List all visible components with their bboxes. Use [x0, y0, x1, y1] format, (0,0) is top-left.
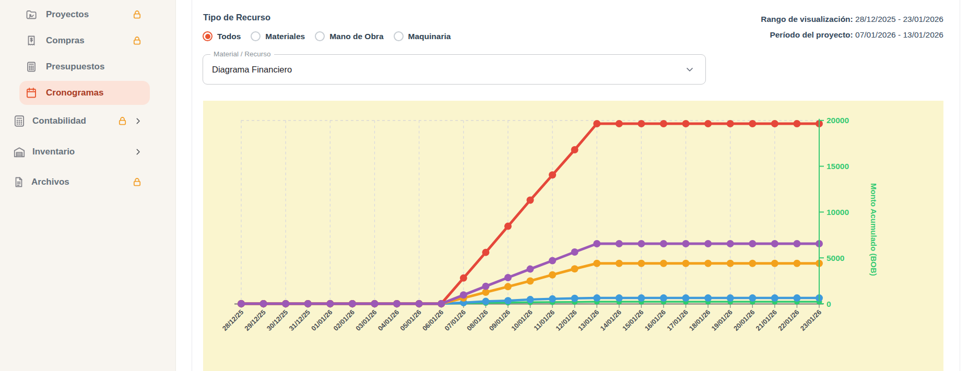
- data-point: [704, 240, 712, 247]
- data-point: [593, 240, 600, 247]
- sidebar-item-archivos[interactable]: Archivos: [10, 170, 150, 194]
- svg-text:21/01/26: 21/01/26: [754, 308, 778, 332]
- data-point: [660, 260, 667, 267]
- financial-diagram-chart[interactable]: 28/12/2529/12/2530/12/2531/12/2501/01/26…: [203, 101, 943, 371]
- sidebar-item-cronogramas[interactable]: Cronogramas: [19, 81, 150, 105]
- svg-text:13/01/26: 13/01/26: [576, 308, 600, 332]
- app-page: ProyectosComprasPresupuestosCronogramasC…: [0, 0, 980, 371]
- svg-text:20/01/26: 20/01/26: [732, 308, 756, 332]
- radio-maquinaria[interactable]: Maquinaria: [394, 31, 451, 41]
- data-point: [571, 265, 578, 272]
- data-point: [571, 295, 578, 302]
- data-point: [460, 274, 467, 282]
- data-point: [660, 294, 667, 302]
- visualization-range-label: Rango de visualización:: [761, 15, 853, 23]
- data-point: [549, 257, 556, 264]
- data-point: [749, 260, 756, 267]
- radio-label: Materiales: [265, 32, 305, 41]
- warehouse-icon: [13, 145, 26, 159]
- receipt-icon: [25, 34, 38, 47]
- data-point: [704, 294, 712, 302]
- sidebar-item-presupuestos[interactable]: Presupuestos: [19, 55, 150, 79]
- y-axis-title: Monto Acumulado (BOB): [869, 183, 878, 276]
- svg-text:12/01/26: 12/01/26: [554, 308, 578, 332]
- svg-text:07/01/26: 07/01/26: [443, 308, 467, 332]
- data-point: [282, 300, 289, 307]
- data-point: [704, 260, 712, 267]
- data-point: [771, 294, 778, 302]
- svg-text:22/01/26: 22/01/26: [776, 308, 800, 332]
- radio-mano-de-obra[interactable]: Mano de Obra: [315, 31, 383, 41]
- svg-text:11/01/26: 11/01/26: [532, 308, 556, 332]
- sidebar-item-label: Presupuestos: [46, 62, 104, 72]
- radio-selected-icon[interactable]: [203, 31, 212, 41]
- svg-text:23/01/26: 23/01/26: [799, 308, 823, 332]
- data-point: [616, 240, 623, 247]
- data-point: [727, 120, 734, 127]
- data-point: [727, 240, 734, 247]
- svg-text:16/01/26: 16/01/26: [643, 308, 667, 332]
- radio-unselected-icon[interactable]: [251, 31, 261, 41]
- data-point: [549, 171, 556, 178]
- svg-text:19/01/26: 19/01/26: [710, 308, 734, 332]
- folder-icon: [25, 8, 38, 21]
- data-point: [371, 300, 378, 307]
- project-period-label: Período del proyecto:: [770, 30, 853, 39]
- data-point: [326, 300, 334, 307]
- sidebar-item-inventario[interactable]: Inventario: [10, 140, 150, 164]
- svg-text:5000: 5000: [826, 254, 844, 262]
- data-point: [482, 298, 489, 305]
- radio-unselected-icon[interactable]: [394, 31, 404, 41]
- data-point: [682, 240, 690, 247]
- calculator-icon: [13, 114, 26, 128]
- resource-type-radio-group: TodosMaterialesMano de ObraMaquinaria: [203, 31, 451, 41]
- y-axis: 05000100001500020000Monto Acumulado (BOB…: [819, 116, 878, 308]
- svg-text:05/01/26: 05/01/26: [398, 308, 422, 332]
- data-point: [349, 300, 356, 307]
- data-point: [704, 120, 712, 127]
- data-point: [771, 120, 778, 127]
- data-point: [527, 266, 534, 273]
- x-axis-labels: 28/12/2529/12/2530/12/2531/12/2501/01/26…: [221, 308, 823, 332]
- data-point: [616, 120, 623, 127]
- data-point: [682, 260, 690, 267]
- data-point: [637, 240, 645, 247]
- sidebar-item-label: Cronogramas: [46, 88, 104, 98]
- visualization-range: Rango de visualización: 28/12/2025 - 23/…: [761, 11, 943, 27]
- resource-type-label: Tipo de Recurso: [203, 13, 270, 22]
- svg-text:02/01/26: 02/01/26: [332, 308, 356, 332]
- material-resource-select-value: Diagrama Financiero: [212, 55, 292, 84]
- radio-label: Mano de Obra: [329, 32, 383, 41]
- svg-text:08/01/26: 08/01/26: [465, 308, 489, 332]
- radio-unselected-icon[interactable]: [315, 31, 325, 41]
- material-resource-select[interactable]: Material / Recurso Diagrama Financiero: [203, 54, 706, 85]
- data-point: [727, 294, 734, 302]
- data-point: [527, 277, 534, 284]
- sidebar-item-contabilidad[interactable]: Contabilidad: [10, 109, 150, 133]
- sidebar-item-label: Contabilidad: [32, 116, 86, 126]
- svg-text:01/01/26: 01/01/26: [310, 308, 334, 332]
- data-point: [549, 271, 556, 279]
- sidebar: ProyectosComprasPresupuestosCronogramasC…: [0, 0, 176, 371]
- data-point: [527, 296, 534, 303]
- sidebar-item-label: Archivos: [31, 177, 69, 187]
- data-point: [304, 300, 312, 307]
- data-point: [616, 260, 623, 267]
- data-point: [749, 240, 756, 247]
- svg-text:10000: 10000: [826, 208, 849, 217]
- radio-todos[interactable]: Todos: [203, 31, 241, 41]
- svg-text:09/01/26: 09/01/26: [488, 308, 512, 332]
- sidebar-item-compras[interactable]: Compras: [19, 29, 150, 53]
- data-point: [771, 260, 778, 267]
- svg-text:04/01/26: 04/01/26: [376, 308, 400, 332]
- chevron-down-icon: [684, 64, 695, 75]
- sidebar-item-label: Inventario: [32, 147, 75, 157]
- date-info: Rango de visualización: 28/12/2025 - 23/…: [761, 11, 943, 43]
- radio-materiales[interactable]: Materiales: [251, 31, 305, 41]
- sidebar-item-proyectos[interactable]: Proyectos: [19, 3, 150, 27]
- data-point: [571, 146, 578, 153]
- svg-text:31/12/25: 31/12/25: [287, 308, 311, 332]
- svg-text:14/01/26: 14/01/26: [599, 308, 623, 332]
- svg-text:15000: 15000: [826, 162, 849, 171]
- svg-text:06/01/26: 06/01/26: [421, 308, 445, 332]
